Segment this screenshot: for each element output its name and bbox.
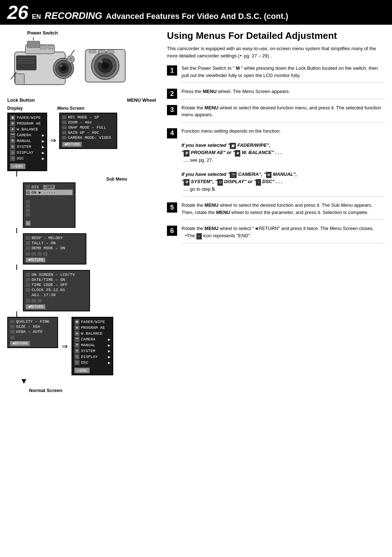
sub-zoom: ZOOM – 40x — [62, 120, 114, 125]
fader-icon-inline: ▣ — [230, 143, 236, 149]
timecode-item: TIME CODE – OFF — [26, 282, 87, 287]
s2 — [32, 252, 36, 256]
arrow-camera: ▶ — [42, 133, 44, 138]
ns-fader: ▣FADER/WIPE — [74, 319, 110, 325]
arrow-display: ▶ — [42, 150, 44, 155]
gain-icon — [62, 131, 66, 134]
step-6-number: 6 — [167, 226, 177, 236]
arrow-right-2: ⇒ — [62, 342, 68, 351]
menu-bold-5b: MENU — [216, 210, 230, 215]
ns-disp-icon: ◻ — [74, 354, 79, 359]
svg-line-18 — [71, 50, 74, 55]
normal-screen-label: Normal Screen — [29, 388, 62, 393]
return-btn-1: ◄RETURN — [62, 142, 82, 147]
dis-icon — [26, 185, 30, 189]
s4 — [43, 252, 48, 256]
step-3: 3 Rotate the MENU wheel to select the de… — [167, 104, 385, 122]
clock-item: CLOCK 25.12.01 — [26, 287, 87, 292]
step-4a-see: .... see pg. 27. — [183, 157, 385, 164]
onscreen-item: ON SCREEN – LCD/TV — [26, 272, 87, 277]
end-note: •The ▷ icon represents "END". — [185, 233, 251, 238]
step-5: 5 Rotate the MENU wheel to select the de… — [167, 202, 385, 220]
svg-point-17 — [69, 57, 73, 61]
svg-rect-26 — [89, 50, 96, 53]
ns-arr-dsc: ▶ — [108, 360, 110, 365]
return-btn-3: ◄RETURN — [26, 304, 45, 309]
cam-text: CAMERA — [238, 171, 259, 177]
cammode-icon — [62, 136, 66, 140]
sys-icon-inline: ⚙ — [184, 179, 189, 186]
step-1: 1 Set the Power Switch to " M " while pr… — [167, 65, 385, 83]
di1 — [26, 299, 30, 303]
menu-bold-5a: MENU — [205, 202, 219, 208]
svg-rect-19 — [15, 74, 24, 85]
arrow-dsc: ▶ — [42, 156, 44, 161]
ns-program: ⊞PROGRAM AE — [74, 325, 110, 331]
menu-item-camera: 📷CAMERA ▶ — [10, 132, 44, 138]
connector-3 — [16, 265, 17, 270]
dis-spacer2 — [26, 217, 73, 220]
camera-area — [7, 37, 160, 94]
sys-icons-row — [26, 252, 83, 256]
d3-icon — [26, 200, 30, 203]
dis-on-text: ON ▶ ····· — [32, 190, 56, 195]
arrow-system: ▶ — [42, 145, 44, 149]
dis-sub-menu-box: DIS –OFF ON ▶ ····· ▷ — [23, 182, 75, 228]
di3 — [37, 299, 42, 303]
m-icon-text: M — [236, 65, 240, 71]
dis-on-row: ON ▶ ····· — [26, 190, 73, 195]
menu-item-dsc: ○DSC ▶ — [10, 156, 44, 161]
power-switch-label-area: Power Switch — [7, 30, 160, 36]
end-label-dis: ▷ — [26, 221, 30, 226]
menu-bold-6: MENU — [205, 226, 219, 231]
ns-arr-sys: ▶ — [108, 349, 110, 354]
main-camera-illustration — [7, 37, 80, 94]
lens-illustration — [83, 46, 127, 86]
arrow-down-bottom: ▼ — [20, 377, 28, 385]
sub-snap: SNAP MODE – FULL — [62, 125, 114, 130]
sz-icon — [10, 325, 15, 328]
step-3-number: 3 — [167, 105, 177, 115]
display-sub-menu-box: ON SCREEN – LCD/TV DATE/TIME – ON TIME C… — [23, 270, 90, 311]
ns-wbal: ◈W.BALANCE — [74, 331, 110, 336]
quality-item: QUALITY – FINE — [10, 319, 55, 324]
display-icon-menu: ◻ — [10, 150, 15, 155]
tally-icon — [26, 241, 30, 245]
demo-icon — [26, 246, 30, 250]
dsc-text: DSC — [262, 179, 272, 184]
prog-text: PROGRAM AE — [191, 150, 223, 155]
step-2-content: Press the MENU wheel. The Menu Screen ap… — [181, 88, 385, 99]
menu-item-wbalance: ◈W.BALANCE — [10, 126, 44, 132]
step-4-text: Function menu setting depends on the fun… — [181, 128, 385, 135]
manual-icon: M — [10, 138, 15, 144]
dis-row4 — [26, 204, 73, 208]
dsc-icons-row — [10, 336, 55, 339]
step-4b-label: If you have selected "📷 CAMERA", "M MANU… — [181, 171, 385, 186]
main-menu-box: ▣FADER/WIPE ⊞PROGRAM AE ◈W.BALANCE 📷CAME… — [7, 113, 47, 171]
end-label: ▷END — [10, 164, 25, 169]
ns-end: ▷END — [74, 368, 90, 373]
arrow-right-1: ⇒ — [50, 136, 56, 145]
svg-point-8 — [60, 65, 62, 67]
dis-on-icon — [26, 191, 30, 194]
menu-screen-label: Menu Screen — [57, 106, 85, 111]
step-5-ref: 5 — [212, 186, 215, 192]
display-label: Display — [7, 106, 23, 111]
lock-button-label: Lock Button — [7, 97, 35, 103]
snap-icon — [62, 126, 66, 129]
right-column: Using Menus For Detailed Adjustment This… — [167, 30, 385, 393]
tc-icon — [26, 283, 30, 287]
bottom-labels-row: Lock Button MENU Wheel — [7, 97, 160, 103]
menu-bold: MENU — [203, 89, 217, 94]
adj-item: ADJ. 17:30 — [26, 292, 87, 298]
d4-icon — [26, 204, 30, 208]
arrow-manual: ▶ — [42, 139, 44, 144]
page-en: EN — [32, 13, 41, 21]
ns-camera: 📷CAMERA ▶ — [74, 336, 110, 342]
camera-icon-menu: 📷 — [10, 133, 15, 138]
left-column: Power Switch — [7, 30, 160, 393]
s1 — [26, 252, 30, 256]
tally-item: TALLY – ON — [26, 241, 83, 246]
sub-menu-label: Sub Menu — [106, 177, 127, 182]
step-4: 4 Function menu setting depends on the f… — [167, 128, 385, 197]
